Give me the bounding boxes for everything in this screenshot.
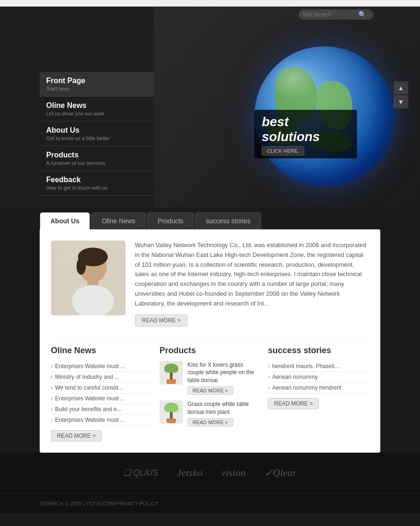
content-area: About Us Oline News Products success sto… [0, 207, 420, 453]
content-card: REAMBLE REAMBLE REAMBLE REAMBLE REAMBLE … [40, 229, 380, 453]
globe-highlight [268, 57, 317, 100]
nav-title-about-us: About Us [46, 126, 147, 135]
bonsai-pot-1 [167, 379, 176, 384]
scroll-up-button[interactable]: ▲ [393, 81, 408, 94]
news-column: Oline News Enterprises Website must ... … [51, 346, 152, 441]
bonsai-top-2 [164, 403, 178, 412]
top-bar [0, 0, 420, 7]
product-thumb-1 [160, 361, 183, 384]
product-item-2: Grass couple white table bonsai mini pla… [160, 400, 261, 426]
news-item-4[interactable]: Enterprises Website must ... [51, 393, 152, 404]
success-item-2[interactable]: Aenean nonummy [268, 372, 369, 383]
product-thumb-2 [160, 400, 183, 424]
products-column-title: Products [160, 346, 261, 355]
scroll-arrows: ▲ ▼ [393, 81, 408, 108]
partner-jetsko[interactable]: Jetsko [177, 467, 203, 479]
nav-hero-section: Front Page Start here Oline News Let us … [0, 7, 420, 207]
bonsai-icon-1 [162, 363, 181, 382]
nav-sub-products: A rundown of our services [46, 160, 147, 166]
best-solutions-box: best solutions CLICK HERE. [254, 110, 357, 158]
success-item-3[interactable]: Aenean nonummy hendrerit [268, 383, 369, 393]
product-info-1: Kiss for X lovers grass couple white peo… [188, 361, 261, 395]
about-read-more-button[interactable]: READ MORE > [135, 314, 188, 327]
search-button[interactable]: 🔍 [358, 11, 366, 18]
partner-qlius[interactable]: ❑ QLIUS [123, 468, 158, 478]
success-read-more-button[interactable]: READ MORE > [268, 398, 319, 409]
bonsai-trunk-1 [170, 373, 173, 379]
globe-container: REAMBLE REAMBLE REAMBLE REAMBLE REAMBLE … [254, 46, 394, 186]
about-description: Wuhan Valley Network Technology Co., Ltd… [135, 241, 369, 327]
nav-title-feedback: Feedback [46, 176, 147, 184]
nav-title-oline-news: Oline News [46, 101, 147, 110]
tab-oline-news[interactable]: Oline News [91, 212, 146, 229]
news-item-6[interactable]: Enterprises Website must ... [51, 415, 152, 426]
tab-about-us[interactable]: About Us [40, 212, 90, 229]
bonsai-pot-2 [167, 419, 176, 423]
main-nav: Front Page Start here Oline News Let us … [40, 72, 154, 196]
bonsai-trunk-2 [170, 412, 173, 419]
partners-bar: ❑ QLIUS Jetsko vision ✓Qlear [0, 453, 420, 493]
news-item-1[interactable]: Enterprises Website must ... [51, 361, 152, 372]
partner-qlear[interactable]: ✓Qlear [265, 467, 297, 479]
qlear-logo-text: ✓Qlear [265, 467, 297, 479]
qlius-logo-text: ❑ QLIUS [123, 468, 158, 478]
news-item-5[interactable]: Build your benefits and e... [51, 404, 152, 415]
success-list: hendrerit mauris. Phasell... Aenean nonu… [268, 361, 369, 393]
nav-item-feedback[interactable]: Feedback How to get in touch with us [40, 171, 154, 196]
success-item-1[interactable]: hendrerit mauris. Phasell... [268, 361, 369, 372]
about-section: REAMBLE REAMBLE REAMBLE REAMBLE REAMBLE … [51, 241, 369, 327]
news-item-3[interactable]: We tend to careful consid... [51, 383, 152, 393]
product-item-1: Kiss for X lovers grass couple white peo… [160, 361, 261, 395]
footer: GENRICH © 2010 | YST20.COM PRIVACY POLIC… [0, 493, 420, 513]
nav-sub-front-page: Start here [46, 86, 147, 92]
nav-sub-oline-news: Let us show you our work [46, 111, 147, 116]
tab-success-stories[interactable]: success stories [195, 212, 261, 229]
news-list: Enterprises Website must ... Ministry of… [51, 361, 152, 426]
success-column: success stories hendrerit mauris. Phasel… [268, 346, 369, 441]
success-column-title: success stories [268, 346, 369, 355]
partner-vision[interactable]: vision [221, 467, 246, 479]
news-read-more-button[interactable]: READ MORE > [51, 430, 102, 441]
nav-title-products: Products [46, 151, 147, 159]
bonsai-icon-2 [162, 403, 181, 421]
nav-sub-about-us: Get to know us a little better [46, 135, 147, 141]
nav-title-front-page: Front Page [46, 77, 147, 85]
nav-item-about-us[interactable]: About Us Get to know us a little better [40, 121, 154, 146]
bottom-columns: Oline News Enterprises Website must ... … [51, 336, 369, 441]
product-title-1: Kiss for X lovers grass couple white peo… [188, 361, 261, 384]
svg-point-6 [77, 258, 86, 275]
search-input[interactable] [302, 11, 358, 18]
bonsai-top-1 [164, 363, 178, 373]
person-svg: REAMBLE REAMBLE REAMBLE REAMBLE REAMBLE … [51, 241, 126, 315]
scroll-down-button[interactable]: ▼ [393, 95, 408, 108]
best-solutions-title: best solutions [262, 114, 320, 144]
product-info-2: Grass couple white table bonsai mini pla… [188, 400, 261, 426]
news-item-2[interactable]: Ministry of Industry and ... [51, 372, 152, 383]
news-column-title: Oline News [51, 346, 152, 355]
products-column: Products Kiss for X lovers grass couple [160, 346, 261, 441]
about-paragraph: Wuhan Valley Network Technology Co., Ltd… [135, 241, 369, 309]
product-read-more-1[interactable]: READ MORE > [188, 386, 233, 395]
search-bar[interactable]: 🔍 [299, 9, 373, 20]
nav-sub-feedback: How to get in touch with us [46, 185, 147, 191]
nav-item-products[interactable]: Products A rundown of our services [40, 146, 154, 171]
sidebar: Front Page Start here Oline News Let us … [0, 7, 154, 207]
product-read-more-2[interactable]: READ MORE > [188, 418, 233, 426]
footer-text: GENRICH © 2010 | YST20.COM PRIVACY POLIC… [40, 501, 158, 506]
click-here-button[interactable]: CLICK HERE. [262, 146, 304, 156]
about-photo: REAMBLE REAMBLE REAMBLE REAMBLE REAMBLE … [51, 241, 126, 315]
tab-products[interactable]: Products [147, 212, 194, 229]
vision-logo-text: vision [221, 467, 246, 479]
hero-area: REAMBLE REAMBLE REAMBLE REAMBLE REAMBLE … [154, 7, 420, 207]
tabs-bar: About Us Oline News Products success sto… [40, 207, 380, 229]
product-title-2: Grass couple white table bonsai mini pla… [188, 400, 261, 416]
jetsko-logo-text: Jetsko [177, 467, 203, 479]
nav-item-oline-news[interactable]: Oline News Let us show you our work [40, 97, 154, 121]
nav-item-front-page[interactable]: Front Page Start here [40, 72, 154, 97]
